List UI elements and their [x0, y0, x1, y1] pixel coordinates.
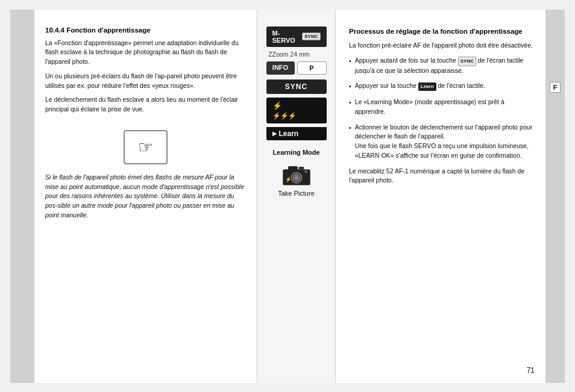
svg-point-5	[295, 176, 298, 179]
right-closing: Le mecablitz 52 AF-1 numérique a capté l…	[349, 167, 535, 186]
sync-mini-badge: SYNC	[302, 33, 320, 40]
hand-icon-area: ☞	[45, 130, 246, 164]
camera-icon: ⚡	[280, 162, 313, 187]
multi-flash-icon: ⚡⚡⚡	[272, 112, 296, 120]
camera-icon-area: ⚡ Take Picture	[278, 162, 315, 197]
svg-rect-2	[298, 166, 304, 170]
bullet-item-4: • Actionner le bouton de déclenchement s…	[349, 123, 535, 161]
learning-mode-label: Learning Mode	[272, 149, 319, 156]
section-title: 10.4.4 Fonction d'apprentissage	[45, 26, 246, 34]
bullet-dot-3: •	[349, 98, 351, 117]
bullet-text-4: Actionner le bouton de déclenchement sur…	[355, 123, 535, 161]
para2: Un ou plusieurs pré-éclairs du flash de …	[45, 72, 246, 91]
mservo-button[interactable]: M-SERVO SYNC	[266, 26, 327, 47]
right-section-title: Processus de réglage de la fonction d'ap…	[349, 26, 535, 36]
sync-inline-badge: SYNC	[458, 57, 476, 66]
learn-button-row[interactable]: ▶ Learn	[266, 127, 327, 140]
take-picture-label: Take Picture	[278, 190, 315, 197]
learn-inline-badge: Learn	[418, 82, 436, 91]
svg-rect-1	[288, 166, 298, 172]
svg-text:⚡: ⚡	[284, 175, 291, 182]
info-button[interactable]: INFO	[266, 61, 295, 75]
bullet-dot-1: •	[349, 57, 351, 75]
page-number: 71	[527, 366, 535, 375]
para1: La «Fonction d'apprentissage» permet une…	[45, 39, 246, 67]
bullet-item-2: • Appuyer sur la touche Learn de l'écran…	[349, 81, 535, 92]
zoom-value: Zoom 24 mm	[272, 51, 310, 58]
bullet-item-1: • Appuyer autant de fois sur la touche S…	[349, 56, 535, 75]
hand-pointing-icon: ☞	[138, 137, 153, 157]
hand-icon-box: ☞	[124, 130, 168, 164]
bullet-text-1: Appuyer autant de fois sur la touche SYN…	[355, 56, 535, 75]
right-intro: La fonction pré-éclaire AF de l'appareil…	[349, 41, 535, 51]
right-margin-strip: F	[545, 10, 565, 383]
page: 10.4.4 Fonction d'apprentissage La «Fonc…	[10, 10, 565, 383]
bullet-dot-2: •	[349, 82, 351, 92]
bullet-text-3: Le «Learning Mode» (mode apprentissage) …	[355, 98, 535, 117]
p-button[interactable]: P	[297, 61, 327, 75]
svg-point-6	[304, 170, 307, 173]
f-label: F	[550, 82, 561, 93]
bullet-text-2: Appuyer sur la touche Learn de l'écran t…	[355, 81, 485, 92]
sync-bar[interactable]: SYNC	[266, 79, 327, 94]
right-body: La fonction pré-éclaire AF de l'appareil…	[349, 41, 535, 191]
flash-icons-box: ⚡ ⚡⚡⚡	[266, 98, 327, 123]
italic-note: Si le flash de l'appareil photo émet des…	[45, 173, 246, 220]
bullet-item-3: • Le «Learning Mode» (mode apprentissage…	[349, 98, 535, 117]
left-margin-strip	[10, 10, 34, 383]
bullet-dot-4: •	[349, 123, 351, 161]
mservo-label: M-SERVO	[272, 30, 300, 44]
play-triangle-icon: ▶	[272, 130, 277, 137]
info-p-row: INFO P	[266, 61, 327, 75]
right-content-area: Processus de réglage de la fonction d'ap…	[336, 10, 545, 383]
single-flash-icon: ⚡	[272, 101, 282, 110]
zoom-line: ZZoom 24 mm	[266, 51, 327, 58]
section-body: La «Fonction d'apprentissage» permet une…	[45, 39, 246, 119]
center-panel: M-SERVO SYNC ZZoom 24 mm INFO P SYNC ⚡ ⚡…	[257, 10, 336, 383]
learn-label: Learn	[279, 129, 299, 138]
para3: Le déclenchement du flash esclave a alor…	[45, 95, 246, 114]
left-content-area: 10.4.4 Fonction d'apprentissage La «Fonc…	[34, 10, 257, 383]
